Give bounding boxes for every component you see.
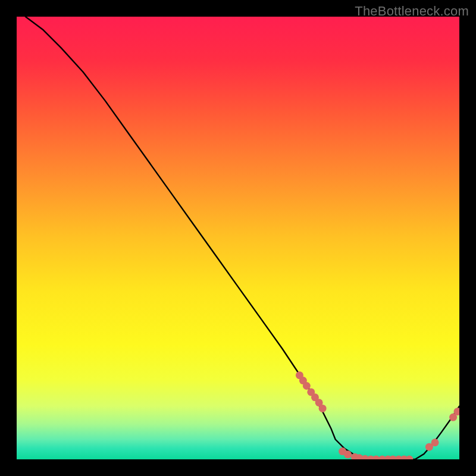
plot-area [17, 17, 459, 459]
marker-point [303, 382, 311, 390]
curve-markers [296, 371, 459, 459]
marker-point [319, 405, 327, 412]
bottleneck-curve [26, 17, 459, 459]
watermark-text: TheBottleneck.com [355, 4, 469, 19]
chart-svg [17, 17, 459, 459]
chart-stage: TheBottleneck.com [0, 0, 476, 476]
marker-point [344, 450, 352, 458]
marker-point [431, 439, 439, 446]
marker-point [405, 456, 413, 460]
